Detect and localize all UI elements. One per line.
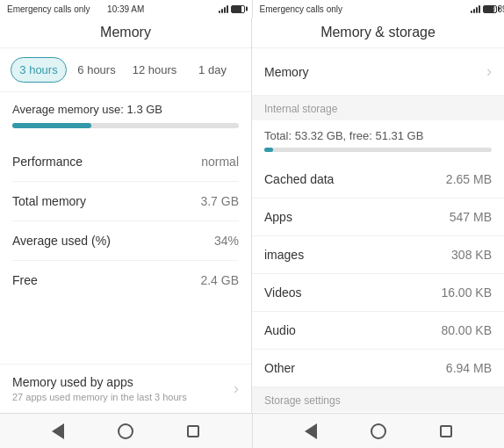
stat-value-total: 3.7 GB [200,194,239,208]
recents-button-right[interactable] [436,422,456,441]
home-button-left[interactable] [116,422,135,441]
memory-item-label: Memory [264,65,309,79]
recents-icon-right [440,425,452,437]
nav-bar [0,413,504,448]
memory-apps-title: Memory used by apps [12,375,234,389]
storage-progress-bar [264,148,492,152]
emergency-text-left: Emergency calls only [7,4,90,14]
audio-label: Audio [264,323,296,337]
stat-row-total: Total memory 3.7 GB [12,182,239,221]
status-icons-right [471,4,497,13]
memory-apps-chevron: › [234,379,239,398]
tab-6hours[interactable]: 6 hours [68,57,125,83]
status-bar-right: Emergency calls only 10:39 AM [252,0,505,18]
signal-icon-left [219,4,228,13]
memory-apps-subtitle: 27 apps used memory in the last 3 hours [12,392,234,402]
memory-apps-section[interactable]: Memory used by apps 27 apps used memory … [0,364,251,413]
tab-3hours[interactable]: 3 hours [11,57,67,83]
nav-section-left [0,414,253,448]
back-icon-right [305,423,317,439]
nav-section-right [253,414,505,448]
other-value: 6.94 MB [446,361,492,375]
recents-icon-left [187,425,199,437]
battery-icon-left [231,5,245,13]
storage-row-images[interactable]: images 308 KB [252,236,504,274]
back-button-right[interactable] [301,422,320,441]
memory-progress-bar [12,123,239,128]
videos-label: Videos [264,285,302,300]
stat-value-performance: normal [201,155,239,169]
apps-label: Apps [264,210,292,224]
cached-value: 2.65 MB [446,172,492,186]
cached-label: Cached data [264,172,334,186]
status-icons-left [219,4,245,13]
images-value: 308 KB [451,248,492,262]
tab-12hours[interactable]: 12 hours [126,57,183,83]
stat-value-avg-used: 34% [214,234,239,248]
left-panel: Memory 3 hours 6 hours 12 hours 1 day Av… [0,18,252,413]
time-tabs: 3 hours 6 hours 12 hours 1 day [0,48,251,92]
memory-item-chevron: › [486,62,492,81]
storage-row-apps[interactable]: Apps 547 MB [252,199,504,236]
storage-settings-header: Storage settings [252,387,504,412]
status-bar-left: Emergency calls only 10:39 AM [0,0,252,18]
storage-row-other[interactable]: Other 6.94 MB [252,350,504,387]
stat-row-free: Free 2.4 GB [12,261,239,300]
memory-stats: Average memory use: 1.3 GB Performance n… [0,92,251,364]
apps-value: 547 MB [450,210,492,224]
home-icon-right [371,423,386,439]
signal-icon-right [471,4,480,13]
right-panel-title: Memory & storage [252,18,504,48]
storage-total: Total: 53.32 GB, free: 51.31 GB [252,120,504,161]
time-left: 10:39 AM [107,4,144,14]
recents-button-left[interactable] [184,422,203,441]
stat-value-free: 2.4 GB [200,273,239,287]
storage-row-cached[interactable]: Cached data 2.65 MB [252,161,504,199]
memory-section-item[interactable]: Memory › [252,48,504,96]
status-bars: Emergency calls only 10:39 AM Emergency … [0,0,504,18]
battery-icon-right [483,5,497,13]
videos-value: 16.00 KB [441,285,492,300]
home-icon-left [118,423,133,439]
other-label: Other [264,361,295,375]
stat-label-avg-used: Average used (%) [12,234,111,248]
memory-apps-info: Memory used by apps 27 apps used memory … [12,375,234,402]
stat-label-free: Free [12,273,38,287]
internal-storage-header: Internal storage [252,96,504,120]
storage-total-text: Total: 53.32 GB, free: 51.31 GB [264,129,492,142]
storage-row-audio[interactable]: Audio 80.00 KB [252,312,504,350]
back-button-left[interactable] [48,422,68,441]
storage-row-videos[interactable]: Videos 16.00 KB [252,274,504,312]
right-panel: Memory & storage Memory › Internal stora… [252,18,504,413]
stat-label-total: Total memory [12,194,86,208]
emergency-text-right: Emergency calls only [260,4,342,14]
avg-memory-label: Average memory use: 1.3 GB [12,103,239,116]
stat-row-avg-used: Average used (%) 34% [12,221,239,261]
memory-progress-fill [12,123,91,128]
stat-label-performance: Performance [12,155,83,169]
main-content: Memory 3 hours 6 hours 12 hours 1 day Av… [0,18,504,413]
audio-value: 80.00 KB [441,323,492,337]
home-button-right[interactable] [369,422,388,441]
images-label: images [264,248,304,262]
storage-progress-fill [264,148,273,152]
stat-row-performance: Performance normal [12,142,239,182]
tab-1day[interactable]: 1 day [184,57,241,83]
left-panel-title: Memory [0,18,251,48]
back-icon-left [52,423,64,439]
